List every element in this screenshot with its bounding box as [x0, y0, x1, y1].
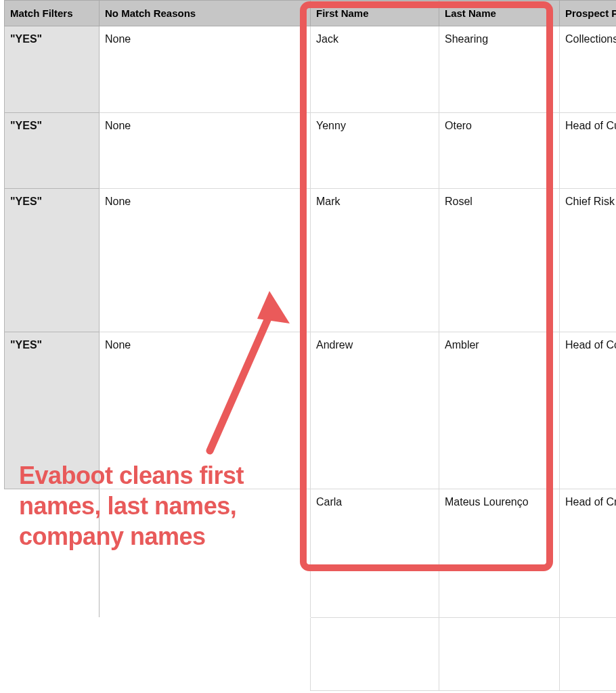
- cell-prospect: Collections: [560, 26, 617, 113]
- cell-last: Otero: [439, 113, 560, 189]
- data-table: Match Filters No Match Reasons First Nam…: [4, 0, 616, 691]
- cell-first: [311, 618, 439, 691]
- cell-last: Mateus Lourenço: [439, 489, 560, 618]
- cell-first: Jack: [311, 26, 439, 113]
- cell-prospect: Head of Cre: [560, 489, 617, 618]
- cell-prospect: Chief Risk O: [560, 189, 617, 332]
- cell-prospect: Head of Cus: [560, 113, 617, 189]
- cell-match: [5, 618, 100, 691]
- header-prospect: Prospect P: [560, 1, 617, 26]
- cell-prospect: [560, 618, 617, 691]
- cell-reason: [100, 618, 311, 691]
- cell-prospect: Head of Co: [560, 332, 617, 489]
- header-no-match-reasons: No Match Reasons: [100, 1, 311, 26]
- cell-last: [439, 618, 560, 691]
- cell-reason: None: [100, 26, 311, 113]
- cell-match: "YES": [5, 113, 100, 189]
- header-match-filters: Match Filters: [5, 1, 100, 26]
- cell-last: Ambler: [439, 332, 560, 489]
- annotation-text: Evaboot cleans first names, last names, …: [19, 460, 290, 552]
- header-last-name: Last Name: [439, 1, 560, 26]
- table-row: "YES" None Yenny Otero Head of Cus: [5, 113, 617, 189]
- table-row: "YES" None Mark Rosel Chief Risk O: [5, 189, 617, 332]
- cell-last: Rosel: [439, 189, 560, 332]
- table-header-row: Match Filters No Match Reasons First Nam…: [5, 1, 617, 26]
- cell-first: Carla: [311, 489, 439, 618]
- cell-first: Mark: [311, 189, 439, 332]
- header-first-name: First Name: [311, 1, 439, 26]
- table-row: "YES" None Jack Shearing Collections: [5, 26, 617, 113]
- cell-first: Andrew: [311, 332, 439, 489]
- cell-match: "YES": [5, 189, 100, 332]
- cell-last: Shearing: [439, 26, 560, 113]
- cell-match: "YES": [5, 26, 100, 113]
- table-row: [5, 618, 617, 691]
- cell-first: Yenny: [311, 113, 439, 189]
- cell-reason: None: [100, 189, 311, 332]
- cell-reason: None: [100, 113, 311, 189]
- data-table-wrap: Match Filters No Match Reasons First Nam…: [4, 0, 616, 691]
